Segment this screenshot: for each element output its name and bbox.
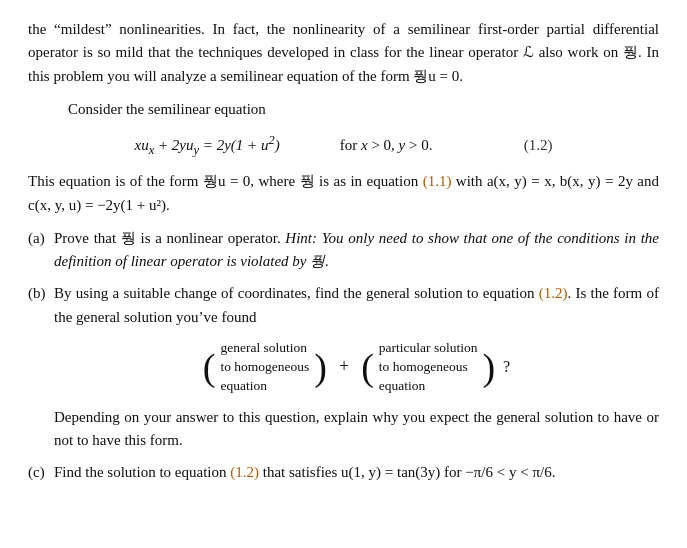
page-container: the “mildest” nonlinearities. In fact, t… [28,18,659,484]
equation-number-1-2: (1.2) [493,134,553,157]
part-a-label: (a) [28,227,50,250]
part-c-label: (c) [28,461,50,484]
left-open-brace: ( [203,348,216,386]
equation-1-2-block: xux + 2yuy = 2y(1 + u2) for x > 0, y > 0… [28,131,659,160]
part-a-content: Prove that 풩 is a nonlinear operator. Hi… [54,227,659,274]
description-paragraph: This equation is of the form 풩u = 0, whe… [28,170,659,217]
ref-1-2-link-b[interactable]: (1.2) [539,285,568,301]
part-b-follow: Depending on your answer to this questio… [54,409,659,448]
brace-left-line2: to homogeneous [220,358,309,377]
part-c-text2: that satisfies u(1, y) = tan(3y) for −π/… [259,464,555,480]
part-c-block: (c) Find the solution to equation (1.2) … [28,461,659,484]
brace-left-line3: equation [220,377,267,396]
consider-label: Consider the semilinear equation [68,98,659,121]
part-b-content: By using a suitable change of coordinate… [54,282,659,452]
brace-expression: ( general solution to homogeneous equati… [54,337,659,398]
consider-block: Consider the semilinear equation [68,98,659,121]
equation-1-2-condition: for x > 0, y > 0. [340,134,433,157]
ref-1-1-link[interactable]: (1.1) [423,173,452,189]
right-open-brace: ( [361,348,374,386]
part-b-label: (b) [28,282,50,305]
right-close-brace: ) [482,348,495,386]
equation-1-2-lhs: xux + 2yuy = 2y(1 + u2) [134,131,279,160]
question-mark: ? [503,355,510,380]
ref-1-2-link-c[interactable]: (1.2) [230,464,259,480]
brace-right-group: ( particular solution to homogeneous equ… [361,337,495,398]
brace-right-line1: particular solution [379,339,478,358]
opening-paragraph: the “mildest” nonlinearities. In fact, t… [28,18,659,88]
brace-right-text: particular solution to homogeneous equat… [376,337,481,398]
left-close-brace: ) [314,348,327,386]
part-c-content: Find the solution to equation (1.2) that… [54,461,659,484]
part-a-main: Prove that 풩 is a nonlinear operator. [54,230,281,246]
part-c-text1: Find the solution to equation [54,464,230,480]
brace-right-line3: equation [379,377,426,396]
part-b-block: (b) By using a suitable change of coordi… [28,282,659,452]
brace-left-text: general solution to homogeneous equation [217,337,312,398]
part-b-text1: By using a suitable change of coordinate… [54,285,539,301]
brace-left-group: ( general solution to homogeneous equati… [203,337,327,398]
brace-right-line2: to homogeneous [379,358,468,377]
plus-sign: + [335,353,353,381]
part-a-block: (a) Prove that 풩 is a nonlinear operator… [28,227,659,274]
brace-left-line1: general solution [220,339,307,358]
